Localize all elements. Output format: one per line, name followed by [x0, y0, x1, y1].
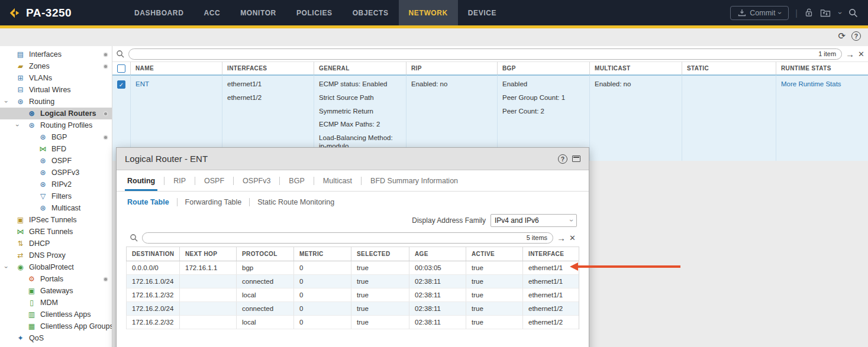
sidebar-item-folder-icon[interactable]: ▄: [0, 344, 112, 347]
nav-item-objects[interactable]: OBJECTS: [343, 0, 399, 25]
column-header-runtime-stats[interactable]: RUNTIME STATS: [776, 61, 868, 74]
route-column-header-destination[interactable]: DESTINATION: [126, 247, 179, 261]
column-header-static[interactable]: STATIC: [682, 61, 776, 74]
address-family-select[interactable]: IPv4 and IPv6 ›: [491, 214, 577, 227]
sidebar-item-clientless-apps[interactable]: ▥Clientless Apps: [0, 309, 112, 320]
global-find-icon[interactable]: [848, 8, 859, 18]
route-cell: 0: [293, 316, 351, 329]
column-header-general[interactable]: GENERAL: [314, 61, 406, 74]
sidebar-item-portals[interactable]: ⚙Portals: [0, 273, 112, 285]
route-table-row-172-16-1-0-24[interactable]: 172.16.1.0/24connected0true02:38:11truee…: [126, 275, 579, 288]
sidebar-item-mdm[interactable]: ▯MDM: [0, 297, 112, 309]
clientless-app-groups-icon: ▦: [27, 322, 37, 330]
route-table-row-172-16-2-0-24[interactable]: 172.16.2.0/24connected0true02:38:11truee…: [126, 302, 579, 316]
refresh-icon[interactable]: ⟳: [838, 31, 846, 41]
tab-ospfv3[interactable]: OSPFv3: [241, 170, 272, 191]
sidebar-item-label: MDM: [40, 299, 58, 307]
subtab-static-route-monitoring[interactable]: Static Route Monitoring: [257, 198, 334, 206]
nav-item-dashboard[interactable]: DASHBOARD: [124, 0, 193, 25]
sidebar-item-ospf[interactable]: ⊛OSPF: [0, 155, 112, 167]
sidebar-item-multicast[interactable]: ⊛Multicast: [0, 202, 112, 214]
expand-chevron-icon[interactable]: ›: [14, 124, 21, 127]
sidebar-item-ripv2[interactable]: ⊛RIPv2: [0, 179, 112, 190]
tab-bfd-summary-information[interactable]: BFD Summary Information: [369, 170, 459, 191]
route-table-row-0-0-0-0-0[interactable]: 0.0.0.0/0172.16.1.1bgp0true00:03:05truee…: [126, 261, 579, 275]
dialog-search-input[interactable]: [149, 233, 515, 243]
dialog-help-icon[interactable]: ?: [558, 154, 567, 164]
apply-filter-arrow-icon[interactable]: →: [846, 50, 854, 59]
sidebar-item-virtual-wires[interactable]: ⊟Virtual Wires: [0, 84, 112, 96]
sidebar-item-vlans[interactable]: ⊞VLANs: [0, 72, 112, 84]
column-header-multicast[interactable]: MULTICAST: [589, 61, 682, 74]
router-name-link[interactable]: ENT: [135, 80, 149, 87]
tab-separator: [233, 177, 234, 185]
sidebar-item-clientless-app-groups[interactable]: ▦Clientless App Groups: [0, 320, 112, 332]
dialog-clear-filter-icon[interactable]: ✕: [569, 234, 576, 242]
subtab-route-table[interactable]: Route Table: [127, 198, 169, 206]
route-cell: ethernet1/1: [522, 288, 579, 302]
sidebar-item-logical-routers[interactable]: ⊛Logical Routers: [0, 108, 112, 119]
unlock-icon[interactable]: [804, 8, 814, 18]
sidebar-item-dns-proxy[interactable]: ⇄DNS Proxy: [0, 249, 112, 261]
expand-chevron-icon[interactable]: ›: [3, 100, 10, 103]
sidebar-item-ospfv3[interactable]: ⊛OSPFv3: [0, 167, 112, 179]
sidebar-item-routing[interactable]: ›⊛Routing: [0, 96, 112, 108]
select-all-checkbox[interactable]: [117, 64, 125, 73]
route-column-header-next-hop[interactable]: NEXT HOP: [179, 247, 236, 261]
tab-multicast[interactable]: Multicast: [322, 170, 353, 191]
route-cell: 172.16.2.2/32: [126, 316, 179, 329]
dialog-apply-filter-arrow-icon[interactable]: →: [557, 234, 566, 242]
push-config-icon[interactable]: [820, 8, 832, 18]
clear-filter-icon[interactable]: ✕: [858, 50, 864, 58]
main-search-input[interactable]: [135, 49, 804, 59]
column-header-interfaces[interactable]: INTERFACES: [222, 61, 314, 74]
expand-chevron-icon[interactable]: ›: [3, 266, 10, 268]
sidebar-item-globalprotect[interactable]: ›◉GlobalProtect: [0, 261, 112, 273]
nav-item-monitor[interactable]: MONITOR: [230, 0, 286, 25]
sidebar-item-routing-profiles[interactable]: ›⊛Routing Profiles: [0, 119, 112, 131]
route-column-header-age[interactable]: AGE: [409, 247, 466, 261]
status-dot-icon: [104, 65, 107, 68]
route-cell: 172.16.1.1: [179, 261, 236, 275]
tab-routing[interactable]: Routing: [126, 170, 156, 191]
route-table-row-172-16-1-2-32[interactable]: 172.16.1.2/32local0true02:38:11trueether…: [126, 288, 579, 302]
sidebar-item-bfd[interactable]: ⋈BFD: [0, 143, 112, 155]
brand-accent-bar: [0, 25, 868, 28]
route-column-header-protocol[interactable]: PROTOCOL: [236, 247, 293, 261]
route-column-header-selected[interactable]: SELECTED: [351, 247, 409, 261]
subtab-forwarding-table[interactable]: Forwarding Table: [185, 198, 242, 206]
sidebar-item-gre-tunnels[interactable]: ⋈GRE Tunnels: [0, 226, 112, 238]
dialog-maximize-icon[interactable]: [572, 155, 580, 162]
sidebar-item-zones[interactable]: ▰Zones: [0, 60, 112, 72]
sidebar-item-bgp[interactable]: ⊛BGP: [0, 131, 112, 143]
device-name: PA-3250: [26, 7, 72, 20]
route-table-row-172-16-2-2-32[interactable]: 172.16.2.2/32local0true02:38:11trueether…: [126, 316, 579, 329]
route-column-header-interface[interactable]: INTERFACE: [522, 247, 579, 261]
sidebar-item-interfaces[interactable]: ▤Interfaces: [0, 48, 112, 60]
nav-item-device[interactable]: DEVICE: [458, 0, 506, 25]
route-column-header-metric[interactable]: METRIC: [293, 247, 351, 261]
row-checkbox[interactable]: ✓: [117, 80, 125, 89]
column-header-bgp[interactable]: BGP: [497, 61, 589, 74]
more-runtime-stats-link[interactable]: More Runtime Stats: [781, 80, 841, 87]
sidebar-item-qos[interactable]: ✦QoS: [0, 332, 112, 344]
route-cell: 02:38:11: [409, 302, 466, 316]
push-config-chevron-icon[interactable]: ›: [837, 12, 844, 14]
commit-button[interactable]: Commit ›: [730, 6, 789, 20]
sidebar-item-filters[interactable]: ▽Filters: [0, 190, 112, 202]
nav-item-policies[interactable]: POLICIES: [286, 0, 343, 25]
column-header-name[interactable]: NAME: [130, 61, 222, 74]
tab-bgp[interactable]: BGP: [288, 170, 305, 191]
sidebar-item-dhcp[interactable]: ⇅DHCP: [0, 238, 112, 249]
column-header-rip[interactable]: RIP: [406, 61, 497, 74]
nav-item-network[interactable]: NETWORK: [399, 0, 458, 25]
nav-item-acc[interactable]: ACC: [193, 0, 230, 25]
sidebar-item-gateways[interactable]: ▣Gateways: [0, 285, 112, 297]
sidebar-item-ipsec-tunnels[interactable]: ▣IPSec Tunnels: [0, 214, 112, 226]
route-column-header-active[interactable]: ACTIVE: [466, 247, 522, 261]
portals-icon: ⚙: [27, 275, 37, 283]
help-icon[interactable]: ?: [851, 31, 861, 41]
tab-rip[interactable]: RIP: [172, 170, 187, 191]
logical-routers-panel: 1 item → ✕ NAMEINTERFACESGENERALRIPBGPMU…: [112, 46, 868, 143]
tab-ospf[interactable]: OSPF: [203, 170, 225, 191]
